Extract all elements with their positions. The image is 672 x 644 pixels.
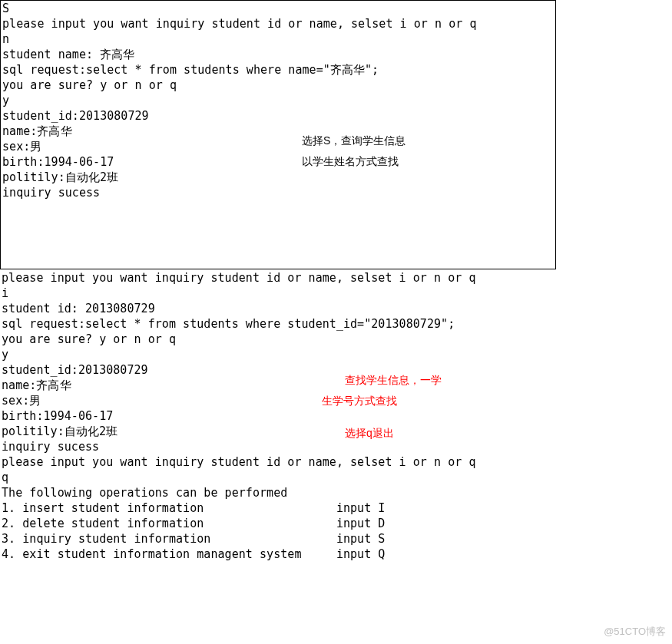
- terminal-line: sql request:select * from students where…: [0, 316, 558, 332]
- terminal-line: y: [1, 93, 555, 108]
- terminal-line: y: [0, 347, 558, 362]
- terminal-line: please input you want inquiry student id…: [0, 454, 558, 470]
- terminal-line: student name: 齐高华: [1, 47, 555, 62]
- terminal-line: inquiry sucess: [1, 185, 555, 200]
- terminal-line: student_id:2013080729: [0, 362, 558, 378]
- terminal-line: name:齐高华: [0, 378, 558, 393]
- terminal-line: you are sure? y or n or q: [0, 332, 558, 347]
- terminal-line: sql request:select * from students where…: [1, 62, 555, 78]
- terminal-line: 3. inquiry student information input S: [0, 531, 558, 547]
- annotation-search-student-line1: 查找学生信息，一学: [345, 373, 442, 387]
- annotation-search-student-line2: 生学号方式查找: [322, 394, 397, 408]
- terminal-panel-1: S please input you want inquiry student …: [0, 0, 556, 269]
- terminal-line: sex:男: [1, 139, 555, 154]
- terminal-line: politily:自动化2班: [0, 424, 558, 439]
- terminal-line: sex:男: [0, 393, 558, 408]
- terminal-line: q: [0, 470, 558, 485]
- terminal-line: politily:自动化2班: [1, 170, 555, 185]
- terminal-line: birth:1994-06-17: [0, 408, 558, 424]
- terminal-line: 4. exit student information managent sys…: [0, 547, 558, 562]
- watermark: @51CTO博客: [604, 624, 666, 639]
- terminal-line: you are sure? y or n or q: [1, 78, 555, 93]
- terminal-line: 2. delete student information input D: [0, 516, 558, 531]
- terminal-line: S: [1, 1, 555, 16]
- terminal-panel-2: please input you want inquiry student id…: [0, 270, 558, 644]
- terminal-line: inquiry sucess: [0, 439, 558, 454]
- annotation-quit: 选择q退出: [345, 426, 394, 440]
- terminal-line: 1. insert student information input I: [0, 500, 558, 516]
- terminal-line: student_id:2013080729: [1, 108, 555, 124]
- terminal-line: n: [1, 31, 555, 47]
- terminal-line: student id: 2013080729: [0, 301, 558, 316]
- terminal-line: birth:1994-06-17: [1, 154, 555, 170]
- terminal-line: i: [0, 286, 558, 301]
- terminal-line: name:齐高华: [1, 124, 555, 139]
- terminal-line: The following operations can be performe…: [0, 485, 558, 500]
- terminal-line: please input you want inquiry student id…: [1, 16, 555, 31]
- terminal-line: please input you want inquiry student id…: [0, 270, 558, 286]
- annotation-search-by-name: 以学生姓名方式查找: [302, 154, 399, 168]
- annotation-select-s: 选择S，查询学生信息: [302, 134, 406, 147]
